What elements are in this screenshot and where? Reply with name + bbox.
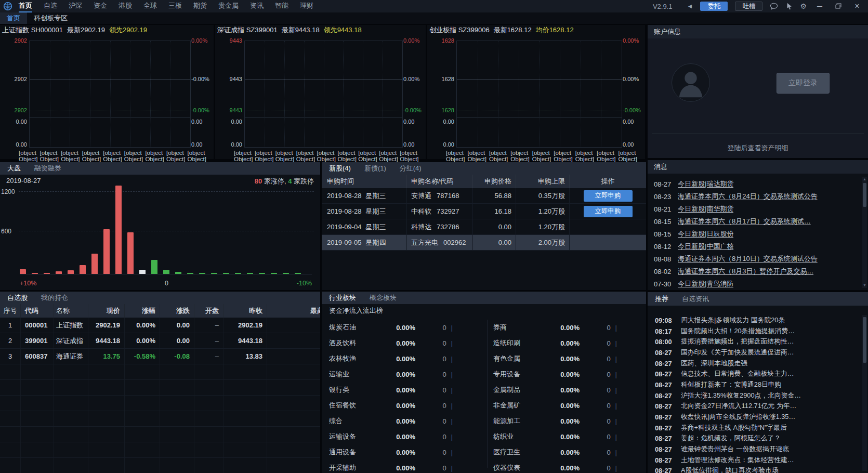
menu-item[interactable]: 理财 (300, 0, 313, 12)
ipo-tab[interactable]: 分红(4) (400, 164, 422, 173)
ipo-tab[interactable]: 新债(1) (364, 164, 386, 173)
message-bubble-icon[interactable] (770, 3, 778, 10)
workspace-tab[interactable]: 首页 (0, 12, 27, 24)
news-link[interactable]: 医药、深圳本地股走强 (681, 359, 747, 368)
sector-row[interactable]: 煤炭石油 0.00% 0 (329, 320, 475, 335)
message-link[interactable]: 今日新股|中国广核 (678, 242, 733, 251)
sector-row[interactable]: 住宿餐饮 0.00% 0 (329, 398, 475, 413)
message-link[interactable]: 海通证券本周六（8月10日）交易系统测试公告 (678, 254, 818, 264)
sector-row[interactable]: 运输设备 0.00% 0 (329, 429, 475, 444)
scroll-down-icon[interactable]: ▼ (862, 283, 867, 288)
scroll-up-icon[interactable]: ▲ (862, 177, 867, 182)
market-tab[interactable]: 大盘 (7, 164, 21, 173)
minimize-button[interactable]: ─ (814, 2, 825, 10)
sector-row[interactable]: 运输业 0.00% 0 (329, 366, 475, 382)
sector-row[interactable]: 开采辅助 0.00% 0 (329, 460, 475, 473)
news-tab[interactable]: 推荐 (655, 294, 668, 304)
menu-item[interactable]: 三板 (168, 0, 182, 12)
scroll-thumb[interactable] (863, 317, 866, 363)
ipo-row[interactable]: 2019-08-28 星期三 中科软 732927 16.18 1.20万股 立… (322, 204, 646, 219)
close-button[interactable]: × (851, 2, 863, 11)
index-chart-shenzhen[interactable]: 深证成指 SZ399001 最新9443.18 领先9443.18 9443 9… (215, 25, 426, 159)
ipo-row[interactable]: 2019-09-05 星期四 五方光电 002962 0.00 2.00万股 (322, 235, 646, 251)
news-link[interactable]: 提振消费措施频出，把握盘面结构性… (681, 337, 794, 346)
news-link[interactable]: 信息技术、日常消费、金融板块主力… (681, 370, 794, 378)
menu-item[interactable]: 港股 (119, 0, 132, 12)
sector-row[interactable]: 综合 0.00% 0 (329, 413, 475, 429)
index-chart-chinext[interactable]: 创业板指 SZ399006 最新1628.12 均价1628.12 1628 1… (427, 25, 645, 159)
sector-row[interactable]: 能源加工 0.00% 0 (493, 413, 642, 429)
menu-item[interactable]: 贵金属 (218, 0, 239, 12)
messages-scrollbar[interactable]: ▲ ▼ (862, 177, 867, 288)
news-link[interactable]: A股低位徘徊，缺口再次考验市场 (681, 466, 779, 473)
login-button[interactable]: 立即登录 (777, 73, 830, 94)
message-link[interactable]: 海通证券本周六（8月3日）暂停开户及交易… (678, 267, 813, 276)
market-tab[interactable]: 融资融券 (34, 164, 61, 173)
message-link[interactable]: 海通证券本周六（8月24日）交易系统测试公告 (678, 192, 818, 201)
workspace-tab[interactable]: 科创板专区 (27, 12, 74, 24)
news-link[interactable]: 券商+科技双主线 A股勾勒“N”字最后 (681, 424, 787, 432)
index-chart-shanghai[interactable]: 上证指数 SH000001 最新2902.19 领先2902.19 2902 2… (0, 25, 214, 159)
menu-item[interactable]: 自选 (44, 0, 57, 12)
scroll-thumb[interactable] (863, 183, 866, 207)
sector-row[interactable]: 酒及饮料 0.00% 0 (329, 335, 475, 351)
watchlist-row[interactable]: 2 399001 深证成指 9443.18 0.00% 0.00 – 9443.… (0, 333, 320, 349)
message-link[interactable]: 今日新股|南华期货 (678, 204, 733, 214)
flow-bar-icon (615, 464, 617, 472)
sector-row[interactable]: 专用设备 0.00% 0 (493, 366, 642, 382)
menu-item[interactable]: 资金 (94, 0, 107, 12)
news-scrollbar[interactable] (862, 315, 867, 471)
remote-pointer-icon[interactable] (785, 3, 793, 10)
news-link[interactable]: 国务院频出大招！20条措施提振消费… (681, 327, 795, 336)
apply-now-button[interactable]: 立即申购 (584, 206, 633, 217)
ipo-row[interactable]: 2019-08-28 星期三 安博通 787168 56.88 0.35万股 立… (322, 188, 646, 204)
news-link[interactable]: 土地管理法修改亮点：集体经营性建… (681, 456, 794, 465)
news-link[interactable]: 国办印发《关于加快发展流通促进商… (681, 348, 794, 357)
message-link[interactable]: 今日新股|青鸟消防 (678, 279, 733, 288)
news-link[interactable]: 科创板打新来了：安博通28日申购 (681, 380, 781, 389)
news-link[interactable]: 四大报头条|多领域发力 国务院20条 (681, 316, 785, 325)
app-logo-icon[interactable] (0, 2, 16, 11)
feedback-button[interactable]: 吐槽 (735, 2, 762, 11)
watchlist-row[interactable]: 1 000001 上证指数 2902.19 0.00% 0.00 – 2902.… (0, 318, 320, 333)
menu-item[interactable]: 智能 (275, 0, 288, 12)
watchlist-tab[interactable]: 我的持仓 (41, 293, 68, 303)
news-link[interactable]: 谁最钟爱贵州茅台 一份数据揭开谜底 (681, 445, 789, 454)
news-link[interactable]: 沪指大涨1.35%收复2900点，北向资金… (681, 391, 801, 400)
message-link[interactable]: 海通证券本周六（8月17日）交易系统测试… (678, 217, 811, 226)
sector-row[interactable]: 医疗卫生 0.00% 0 (493, 444, 642, 460)
menu-item[interactable]: 首页 (19, 0, 32, 12)
sector-tab[interactable]: 概念板块 (370, 293, 397, 303)
menu-item[interactable]: 全球 (143, 0, 157, 12)
settings-gear-icon[interactable]: ⚙ (800, 2, 807, 10)
sector-row[interactable]: 农林牧渔 0.00% 0 (329, 351, 475, 366)
news-link[interactable]: 收盘快讯|两市全线反弹沪指收涨1.35… (681, 413, 795, 422)
watchlist-tab[interactable]: 自选股 (7, 293, 28, 303)
sector-row[interactable]: 非金属矿 0.00% 0 (493, 398, 642, 413)
sector-tab[interactable]: 行业板块 (329, 293, 356, 303)
menu-item[interactable]: 资讯 (250, 0, 264, 12)
sector-row[interactable]: 有色金属 0.00% 0 (493, 351, 642, 366)
news-item: 08-27 谁最钟爱贵州茅台 一份数据揭开谜底 (650, 444, 860, 455)
watchlist-row[interactable]: 3 600837 海通证券 13.75 -0.58% -0.08 – 13.83 (0, 349, 320, 364)
menu-item[interactable]: 期货 (193, 0, 207, 12)
entrust-button[interactable]: 委托 (700, 2, 728, 11)
sector-row[interactable]: 通用设备 0.00% 0 (329, 444, 475, 460)
menu-item[interactable]: 沪深 (69, 0, 82, 12)
apply-now-button[interactable]: 立即申购 (584, 190, 633, 202)
news-link[interactable]: 北向资金27日净流入112.71亿元 为年… (681, 402, 796, 411)
sector-row[interactable]: 纺织业 0.00% 0 (493, 429, 642, 444)
back-arrow-icon[interactable]: ◄ (687, 3, 693, 10)
sector-row[interactable]: 造纸印刷 0.00% 0 (493, 335, 642, 351)
news-link[interactable]: 姜超：危机频发，阿根廷怎么了？ (681, 434, 781, 443)
ipo-row[interactable]: 2019-09-04 星期三 科博达 732786 0.00 1.20万股 (322, 219, 646, 235)
restore-button[interactable] (833, 2, 844, 10)
news-tab[interactable]: 自选资讯 (682, 294, 709, 304)
sector-row[interactable]: 金属制品 0.00% 0 (493, 382, 642, 398)
message-link[interactable]: 今日新股|瑞达期货 (678, 179, 733, 189)
message-link[interactable]: 今日新股|日辰股份 (678, 229, 733, 239)
sector-row[interactable]: 银行类 0.00% 0 (329, 382, 475, 398)
sector-row[interactable]: 仪器仪表 0.00% 0 (493, 460, 642, 473)
ipo-tab[interactable]: 新股(4) (329, 164, 351, 173)
sector-row[interactable]: 券商 0.00% 0 (493, 320, 642, 335)
